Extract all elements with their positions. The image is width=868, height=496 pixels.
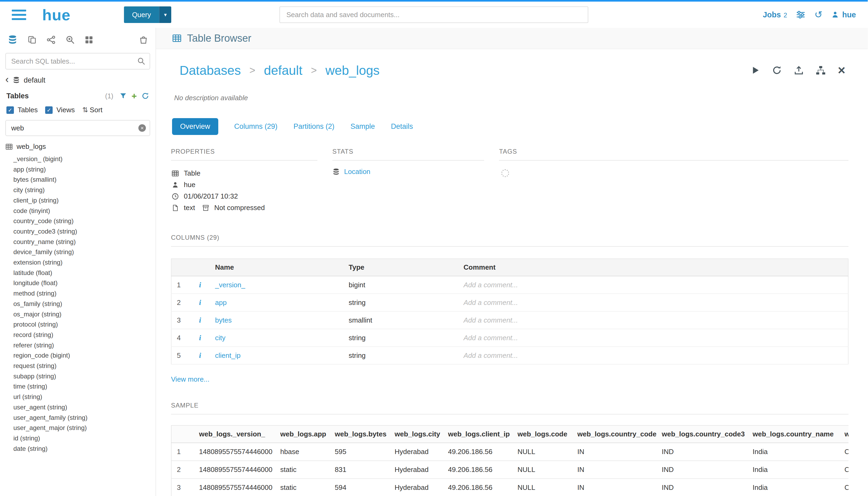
sql-tables-search-input[interactable] [5,53,150,69]
active-database[interactable]: default [24,76,45,84]
column-list-item[interactable]: url (string) [13,392,156,402]
sql-tables-search [5,53,150,69]
table-filter: × [5,120,150,136]
location-link[interactable]: Location [344,168,370,176]
jobs-link[interactable]: Jobs 2 [763,11,787,19]
data-source-icon[interactable] [7,35,18,45]
functions-icon[interactable] [47,35,56,44]
column-list-item[interactable]: id (string) [13,433,156,444]
clear-filter-icon[interactable]: × [138,124,146,132]
column-comment-placeholder[interactable]: Add a comment... [463,334,518,342]
refresh-icon[interactable] [772,65,782,75]
info-icon[interactable]: i [199,351,201,359]
global-search-input[interactable] [280,6,588,23]
sort-icon: ⇅ [82,106,88,114]
column-list-item[interactable]: city (string) [13,185,156,195]
column-name-link[interactable]: app [215,298,226,307]
column-list-item[interactable]: code (tinyint) [13,206,156,216]
info-icon[interactable]: i [199,281,201,289]
import-icon[interactable] [794,65,804,75]
views-checkbox[interactable]: ✓ [45,106,53,114]
column-list-item[interactable]: extension (string) [13,257,156,268]
column-list-item[interactable]: os_major (string) [13,309,156,320]
column-name-link[interactable]: city [215,334,225,342]
info-icon[interactable]: i [199,298,201,307]
hamburger-menu-icon[interactable] [12,10,26,20]
search-icon[interactable] [137,57,145,65]
sidebar-table-web-logs[interactable]: web_logs [0,136,156,152]
apps-grid-icon[interactable] [85,36,93,44]
breadcrumb-database[interactable]: default [264,63,302,78]
column-list-item[interactable]: user_agent (string) [13,402,156,413]
table-icon [5,143,13,151]
close-icon[interactable]: × [838,65,845,75]
history-icon[interactable]: ↺ [814,10,822,19]
tab-partitions[interactable]: Partitions (2) [294,118,334,135]
column-list-item[interactable]: user_agent_major (string) [13,423,156,433]
query-play-icon[interactable] [751,66,760,75]
refresh-tables-icon[interactable] [142,92,149,100]
column-list-item[interactable]: bytes (smallint) [13,174,156,185]
column-list-item[interactable]: device_family (string) [13,247,156,257]
column-list-item[interactable]: country_code (string) [13,216,156,226]
column-comment-placeholder[interactable]: Add a comment... [463,281,518,289]
column-list-item[interactable]: app (string) [13,164,156,175]
sliders-icon[interactable] [796,10,805,19]
column-list-item[interactable]: method (string) [13,288,156,299]
sample-cell: IND [657,443,747,461]
column-name-link[interactable]: _version_ [215,281,245,289]
column-list-item[interactable]: _version_ (bigint) [13,154,156,164]
search-zoom-icon[interactable] [66,35,75,44]
tab-sample[interactable]: Sample [350,118,375,135]
column-comment-placeholder[interactable]: Add a comment... [463,298,518,307]
column-list-item[interactable]: request (string) [13,361,156,371]
column-list-item[interactable]: protocol (string) [13,319,156,330]
column-name-link[interactable]: bytes [215,316,232,324]
column-list-item[interactable]: longitude (float) [13,278,156,288]
view-more-link[interactable]: View more... [171,375,209,384]
filter-icon[interactable] [120,92,127,99]
column-list-item[interactable]: latitude (float) [13,268,156,278]
tables-checkbox-label[interactable]: Tables [18,106,38,114]
column-name-link[interactable]: client_ip [215,352,240,359]
column-list-item[interactable]: date (string) [13,444,156,454]
column-list-item[interactable]: record (string) [13,330,156,340]
tab-overview[interactable]: Overview [172,118,218,135]
column-list-item[interactable]: client_ip (string) [13,195,156,206]
basket-icon[interactable] [139,35,148,44]
column-comment-placeholder[interactable]: Add a comment... [463,316,518,324]
sample-cell: 831 [329,461,389,479]
info-icon[interactable]: i [199,334,201,342]
column-list-item[interactable]: subapp (string) [13,371,156,382]
sample-header-cell: w [839,425,849,443]
column-comment-placeholder[interactable]: Add a comment... [463,352,518,359]
lineage-icon[interactable] [816,65,825,75]
query-dropdown-button[interactable]: ▾ [159,6,171,23]
column-list-item[interactable]: time (string) [13,381,156,392]
breadcrumb-databases[interactable]: Databases [179,63,241,78]
column-list-item[interactable]: referer (string) [13,340,156,351]
tab-columns[interactable]: Columns (29) [234,118,278,135]
column-list-item[interactable]: region_code (bigint) [13,350,156,361]
column-list-item[interactable]: os_family (string) [13,299,156,309]
table-description[interactable]: No description available [174,94,849,102]
check-icon: ✓ [8,107,13,113]
hue-logo[interactable]: hue [42,6,70,24]
views-checkbox-label[interactable]: Views [57,106,75,114]
user-menu[interactable]: hue [832,11,856,19]
file-icon [171,204,179,212]
column-list-item[interactable]: user_agent_family (string) [13,413,156,423]
add-table-icon[interactable]: + [131,91,137,100]
column-list-item[interactable]: country_code3 (string) [13,226,156,237]
documents-icon[interactable] [28,35,36,44]
table-filter-input[interactable] [5,120,150,136]
column-list-item[interactable]: country_name (string) [13,237,156,247]
breadcrumb-table[interactable]: web_logs [326,63,380,78]
sort-toggle[interactable]: ⇅ Sort [82,106,102,114]
tab-details[interactable]: Details [391,118,413,135]
chevron-left-icon[interactable]: ‹ [5,74,9,84]
tables-checkbox[interactable]: ✓ [6,106,14,114]
jobs-label: Jobs [763,11,781,19]
info-icon[interactable]: i [199,316,201,324]
query-button-main[interactable]: Query [124,6,159,23]
